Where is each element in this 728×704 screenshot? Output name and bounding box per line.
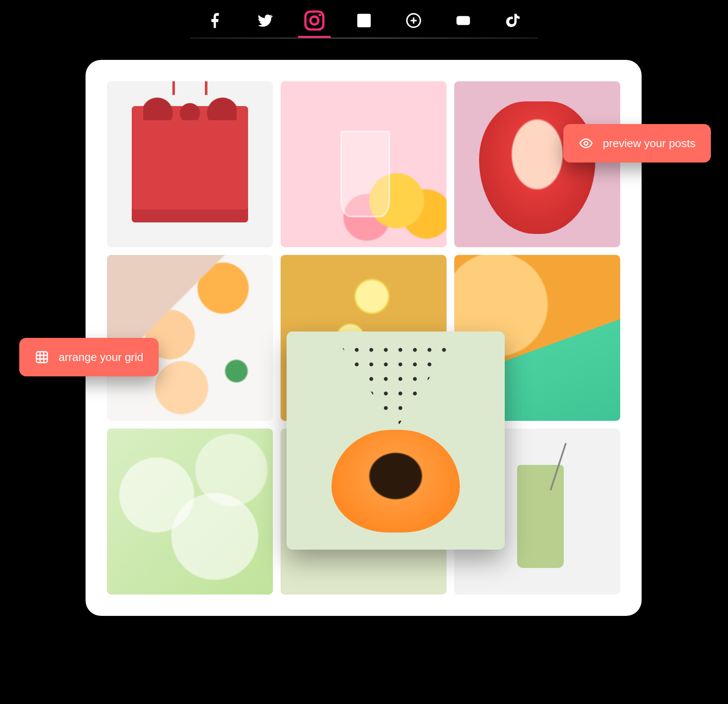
grid-tile[interactable] [454,81,620,247]
svg-point-2 [319,14,321,16]
svg-point-1 [311,17,319,25]
grid-tile[interactable] [107,429,273,595]
facebook-icon [206,12,224,30]
twitter-icon [256,12,274,30]
grid-tile[interactable] [107,81,273,247]
tab-twitter[interactable] [253,9,277,33]
seed-dots [340,344,451,430]
callout-preview: preview your posts [563,124,711,163]
platform-tabs [190,9,538,38]
tab-youtube[interactable] [451,9,475,33]
grid-icon [35,350,49,364]
google-icon [405,12,423,30]
linkedin-icon [355,12,373,30]
tab-instagram[interactable] [302,9,326,33]
callout-preview-label: preview your posts [603,137,695,150]
svg-point-7 [584,142,588,145]
svg-rect-6 [36,352,47,363]
tab-linkedin[interactable] [352,9,376,33]
papaya-graphic [331,430,460,532]
tab-tiktok[interactable] [501,9,525,33]
callout-arrange-label: arrange your grid [59,351,143,364]
tab-facebook[interactable] [203,9,227,33]
eye-icon [579,136,593,151]
tab-google[interactable] [402,9,426,33]
callout-arrange: arrange your grid [19,338,159,376]
tiktok-icon [504,12,522,30]
youtube-icon [454,12,472,30]
dragging-tile[interactable] [287,331,505,550]
svg-rect-5 [456,16,470,25]
svg-rect-3 [357,14,371,27]
grid-tile[interactable] [281,81,447,247]
instagram-icon [302,5,326,36]
